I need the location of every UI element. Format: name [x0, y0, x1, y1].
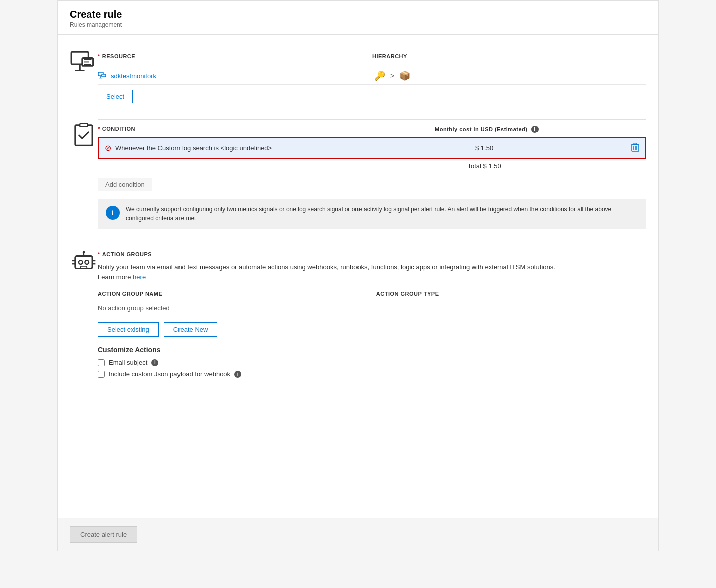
resource-section: *RESOURCE HIERARCHY	[70, 47, 646, 103]
select-existing-button[interactable]: Select existing	[98, 322, 159, 337]
info-banner-text: We currently support configuring only tw…	[126, 205, 638, 223]
action-description: Notify your team via email and text mess…	[98, 262, 646, 282]
learn-more-text: Learn more	[98, 273, 133, 281]
cost-info-icon[interactable]: i	[531, 126, 539, 133]
condition-delete-button[interactable]	[570, 137, 646, 159]
select-button[interactable]: Select	[98, 90, 133, 103]
page-header: Create rule Rules management	[58, 1, 658, 35]
webhook-payload-info-icon[interactable]: i	[234, 371, 241, 378]
condition-text: Whenever the Custom log search is <logic…	[115, 144, 272, 152]
action-buttons: Select existing Create New	[98, 322, 646, 337]
page-content: *RESOURCE HIERARCHY	[58, 35, 658, 518]
cost-label: Monthly cost in USD (Estimated) i	[357, 126, 616, 133]
email-subject-checkbox[interactable]	[98, 359, 105, 366]
no-group-row: No action group selected	[98, 300, 646, 316]
resource-small-icon	[98, 71, 107, 80]
page-footer: Create alert rule	[58, 518, 658, 551]
resource-name: sdktestmonitork	[111, 72, 370, 80]
webhook-payload-label: Include custom Json payload for webhook	[109, 370, 230, 378]
resource-header-row: *RESOURCE HIERARCHY	[98, 53, 646, 67]
condition-row[interactable]: ⊘ Whenever the Custom log search is <log…	[98, 137, 646, 159]
svg-point-23	[83, 251, 85, 254]
condition-error-icon: ⊘	[105, 143, 111, 153]
required-star-action: *	[98, 251, 100, 257]
hierarchy-key-icon: 🔑	[374, 70, 385, 81]
customize-actions-title: Customize Actions	[98, 346, 646, 354]
condition-section-body: *CONDITION Monthly cost in USD (Estimate…	[98, 119, 646, 229]
resource-svg-icon	[70, 49, 98, 77]
resource-item-row: sdktestmonitork 🔑 > 📦	[98, 67, 646, 85]
delete-icon	[631, 143, 639, 152]
total-row: Total $ 1.50	[98, 159, 646, 173]
create-new-button[interactable]: Create New	[164, 322, 218, 337]
svg-rect-12	[80, 124, 88, 127]
webhook-payload-row: Include custom Json payload for webhook …	[98, 370, 646, 378]
action-groups-icon	[70, 245, 98, 275]
resource-icon	[70, 47, 98, 77]
condition-label: *CONDITION	[98, 126, 357, 132]
condition-svg-icon	[70, 121, 98, 149]
action-groups-label: *ACTION GROUPS	[98, 251, 646, 257]
svg-rect-2	[75, 70, 85, 71]
total-cost: Total $ 1.50	[400, 159, 570, 173]
hierarchy-chevron: >	[390, 72, 394, 80]
info-banner: i We currently support configuring only …	[98, 199, 646, 229]
col-type-header: ACTION GROUP TYPE	[376, 288, 646, 300]
hierarchy-label: HIERARCHY	[372, 53, 646, 59]
create-alert-rule-button[interactable]: Create alert rule	[70, 526, 137, 543]
condition-section: *CONDITION Monthly cost in USD (Estimate…	[70, 119, 646, 229]
learn-more-link[interactable]: here	[133, 273, 146, 281]
svg-rect-18	[634, 143, 637, 145]
condition-cost: $ 1.50	[400, 137, 570, 159]
add-condition-button[interactable]: Add condition	[98, 178, 152, 191]
svg-rect-28	[81, 266, 87, 269]
svg-point-20	[79, 260, 83, 264]
hierarchy-cube-icon: 📦	[399, 70, 410, 81]
email-subject-row: Email subject i	[98, 359, 646, 366]
action-groups-section: *ACTION GROUPS Notify your team via emai…	[70, 245, 646, 382]
action-groups-body: *ACTION GROUPS Notify your team via emai…	[98, 245, 646, 382]
resource-section-body: *RESOURCE HIERARCHY	[98, 47, 646, 103]
required-star-condition: *	[98, 126, 100, 132]
svg-rect-11	[75, 125, 92, 145]
svg-rect-10	[102, 74, 106, 77]
email-subject-info-icon[interactable]: i	[151, 359, 158, 366]
breadcrumb: Rules management	[70, 21, 646, 28]
page-wrapper: Create rule Rules management	[57, 0, 659, 551]
email-subject-label: Email subject	[109, 359, 147, 366]
col-name-header: ACTION GROUP NAME	[98, 288, 376, 300]
condition-icon	[70, 119, 98, 149]
svg-point-21	[85, 260, 89, 264]
no-group-text: No action group selected	[98, 300, 646, 316]
action-groups-svg-icon	[70, 247, 98, 275]
svg-rect-9	[99, 78, 102, 78]
action-groups-table: ACTION GROUP NAME ACTION GROUP TYPE No a…	[98, 288, 646, 316]
required-star: *	[98, 53, 100, 59]
page-title: Create rule	[70, 9, 646, 20]
resource-label: *RESOURCE	[98, 53, 372, 59]
webhook-payload-checkbox[interactable]	[98, 371, 105, 378]
info-circle-icon: i	[106, 206, 120, 220]
condition-table: ⊘ Whenever the Custom log search is <log…	[98, 137, 646, 173]
